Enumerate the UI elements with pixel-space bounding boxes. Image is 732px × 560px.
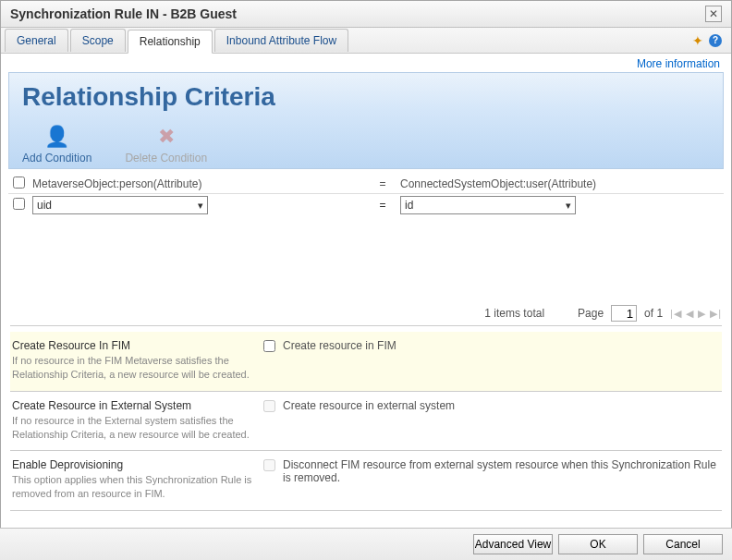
metaverse-attribute-select[interactable]: uid ▾ [32,196,208,214]
tab-relationship[interactable]: Relationship [128,30,213,54]
add-condition-label: Add Condition [22,152,92,164]
page-input[interactable] [611,305,637,322]
fim-section-desc: If no resource in the FIM Metaverse sati… [12,354,252,382]
equals-header: = [369,175,396,194]
tab-inbound-attribute-flow[interactable]: Inbound Attribute Flow [214,29,348,52]
window-title: Synchronization Rule IN - B2B Guest [10,6,237,21]
delete-icon: ✖ [125,125,207,149]
banner: Relationship Criteria 👤 Add Condition ✖ … [8,72,724,169]
items-total-label: 1 items total [484,307,544,320]
advanced-view-button[interactable]: Advanced View [473,534,553,554]
cancel-button[interactable]: Cancel [643,534,723,554]
equals-cell: = [369,194,396,217]
metaverse-attribute-value: uid [37,199,52,212]
select-all-checkbox[interactable] [13,177,25,189]
chevron-down-icon: ▾ [198,200,203,212]
left-column-header: MetaverseObject:person(Attribute) [29,175,369,194]
enable-deprovisioning-section: Enable Deprovisioning This option applie… [10,451,722,511]
create-resource-external-section: Create Resource in External System If no… [10,392,722,452]
page-title: Relationship Criteria [22,79,710,123]
create-resource-fim-checkbox[interactable] [263,340,275,352]
create-resource-external-label: Create resource in external system [283,399,455,412]
connected-attribute-value: id [405,199,413,212]
help-icon[interactable]: ? [709,34,722,47]
deprov-section-desc: This option applies when this Synchroniz… [12,473,252,501]
more-info-row: More information [1,54,731,72]
delete-condition-label: Delete Condition [125,152,207,164]
chevron-down-icon: ▾ [566,200,571,212]
create-resource-fim-label: Create resource in FIM [283,339,396,352]
disconnect-resource-label: Disconnect FIM resource from external sy… [283,458,720,484]
disconnect-resource-checkbox[interactable] [263,459,275,471]
tab-general[interactable]: General [5,29,68,52]
ext-section-title: Create Resource in External System [12,399,252,412]
connected-attribute-select[interactable]: id ▾ [400,196,576,214]
close-button[interactable]: ✕ [705,6,722,22]
footer: Advanced View OK Cancel [0,528,732,560]
ext-section-desc: If no resource in the External system sa… [12,414,252,442]
person-add-icon: 👤 [22,125,92,149]
add-condition-button[interactable]: 👤 Add Condition [22,125,92,164]
right-column-header: ConnectedSystemObject:user(Attribute) [396,175,724,194]
create-resource-external-checkbox[interactable] [263,400,275,412]
criteria-table: MetaverseObject:person(Attribute) = Conn… [8,175,724,216]
deprov-section-title: Enable Deprovisioning [12,458,252,471]
of-pages-label: of 1 [644,307,663,320]
fim-section-title: Create Resource In FIM [12,339,252,352]
add-icon[interactable]: ✦ [692,33,703,48]
ok-button[interactable]: OK [558,534,638,554]
create-resource-fim-section: Create Resource In FIM If no resource in… [10,332,722,392]
criteria-row: uid ▾ = id ▾ [8,194,724,217]
criteria-header-row: MetaverseObject:person(Attribute) = Conn… [8,175,724,194]
titlebar: Synchronization Rule IN - B2B Guest ✕ [1,1,731,28]
tab-scope[interactable]: Scope [70,29,126,52]
more-information-link[interactable]: More information [637,57,720,70]
tab-bar: General Scope Relationship Inbound Attri… [1,28,731,54]
page-label: Page [578,307,604,320]
row-checkbox[interactable] [13,198,25,210]
pager-nav-icons[interactable]: |◀ ◀ ▶ ▶| [670,308,722,320]
pager: 1 items total Page of 1 |◀ ◀ ▶ ▶| [10,305,722,326]
delete-condition-button: ✖ Delete Condition [125,125,207,164]
